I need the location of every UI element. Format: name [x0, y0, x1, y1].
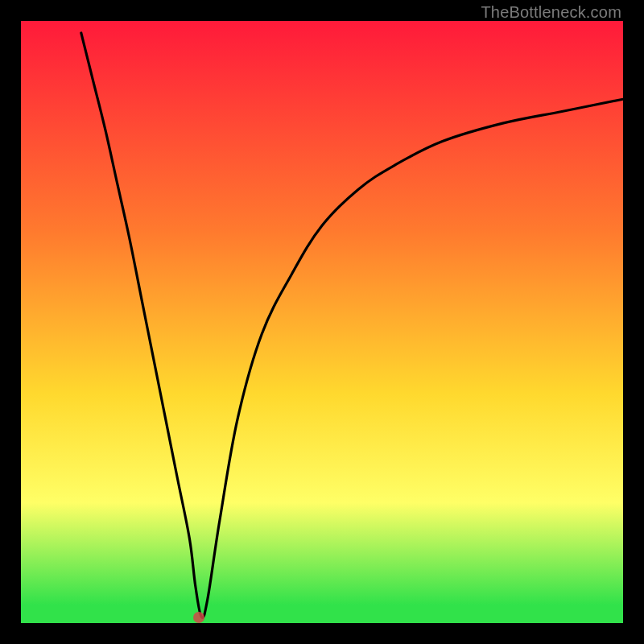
optimal-point-marker — [193, 612, 204, 623]
plot-area — [21, 21, 623, 623]
bottleneck-curve — [21, 21, 623, 623]
attribution-text: TheBottleneck.com — [481, 3, 621, 22]
